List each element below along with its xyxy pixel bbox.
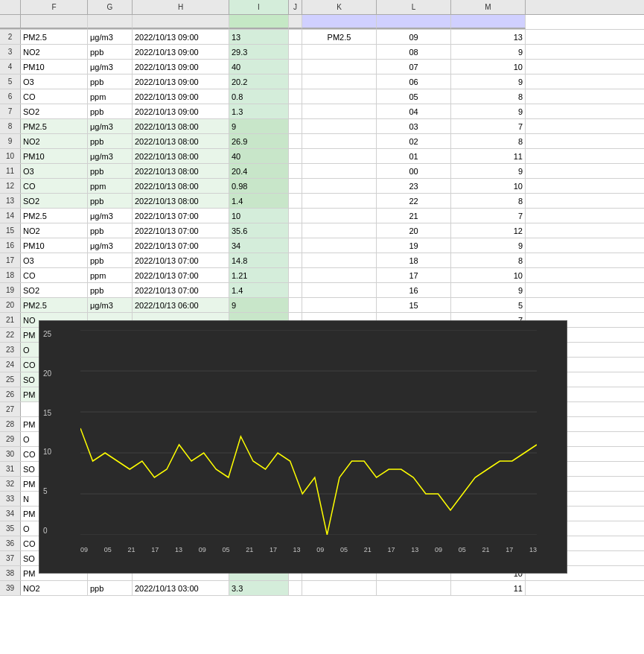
x-label: 17 <box>151 546 159 553</box>
row-num-30: 30 <box>0 447 21 461</box>
cell-h-9: 2022/10/13 08:00 <box>133 134 229 148</box>
cell-f-5: O3 <box>21 74 88 89</box>
cell-f-17: O3 <box>21 253 88 267</box>
cell-j-3 <box>289 45 302 59</box>
cell-h-5: 2022/10/13 09:00 <box>133 74 229 89</box>
cell-i-14: 10 <box>229 209 289 223</box>
x-label: 13 <box>175 546 182 553</box>
cell-k-18 <box>302 268 377 282</box>
cell-g-4: μg/m3 <box>88 60 133 74</box>
cell-i-12: 0.98 <box>229 179 289 193</box>
cell-l-5: 06 <box>377 74 451 89</box>
cell-l-3: 08 <box>377 45 451 59</box>
cell-m-19: 9 <box>451 283 526 297</box>
cell-m-17: 8 <box>451 253 526 267</box>
row-num-36: 36 <box>0 536 21 550</box>
table-row: 16 PM10 μg/m3 2022/10/13 07:00 34 19 9 <box>0 238 644 253</box>
cell-i-16: 34 <box>229 238 289 253</box>
table-row: 2 PM2.5 μg/m3 2022/10/13 09:00 13 PM2.5 … <box>0 30 644 45</box>
cell-g-20: μg/m3 <box>88 298 133 312</box>
spreadsheet: F G H I J K L M 2 PM2.5 μg/m3 2022/10/13… <box>0 0 644 596</box>
cell-j-15 <box>289 223 302 238</box>
cell-j-18 <box>289 268 302 282</box>
cell-h-6: 2022/10/13 09:00 <box>133 89 229 104</box>
row-num-18: 18 <box>0 268 21 282</box>
cell-k-14 <box>302 209 377 223</box>
x-label: 09 <box>199 546 206 553</box>
row-num-21: 21 <box>0 313 21 327</box>
table-row: 7 SO2 ppb 2022/10/13 09:00 1.3 04 9 <box>0 104 644 119</box>
row-num-38: 38 <box>0 566 21 580</box>
cell-j-12 <box>289 179 302 193</box>
cell-l-9: 02 <box>377 134 451 148</box>
cell-l-14: 21 <box>377 209 451 223</box>
cell-i-6: 0.8 <box>229 89 289 104</box>
cell-h-4: 2022/10/13 09:00 <box>133 60 229 74</box>
cell-k-19 <box>302 283 377 297</box>
cell-l-8: 03 <box>377 119 451 133</box>
cell-i-15: 35.6 <box>229 223 289 238</box>
table-row: 15 NO2 ppb 2022/10/13 07:00 35.6 20 12 <box>0 223 644 238</box>
x-label: 09 <box>435 546 442 553</box>
cell-h-13: 2022/10/13 08:00 <box>133 194 229 208</box>
row-num-1 <box>0 15 21 29</box>
cell-g-7: ppb <box>88 104 133 118</box>
table-row: 14 PM2.5 μg/m3 2022/10/13 07:00 10 21 7 <box>0 209 644 223</box>
row-num-12: 12 <box>0 179 21 193</box>
row-num-23: 23 <box>0 343 21 357</box>
cell-h-7: 2022/10/13 09:00 <box>133 104 229 118</box>
col-header-m[interactable]: M <box>451 0 526 14</box>
cell-f-20: PM2.5 <box>21 298 88 312</box>
cell-f-18: CO <box>21 268 88 282</box>
cell-g-2: μg/m3 <box>88 30 133 44</box>
cell-j-8 <box>289 119 302 133</box>
header-j <box>289 15 302 29</box>
row-num-24: 24 <box>0 358 21 372</box>
x-label: 05 <box>222 546 229 553</box>
table-row: 8 PM2.5 μg/m3 2022/10/13 08:00 9 03 7 <box>0 119 644 134</box>
cell-h-8: 2022/10/13 08:00 <box>133 119 229 133</box>
x-label: 21 <box>482 546 489 553</box>
cell-h-15: 2022/10/13 07:00 <box>133 223 229 238</box>
col-header-h[interactable]: H <box>133 0 229 14</box>
cell-i-10: 40 <box>229 149 289 163</box>
row-num-19: 19 <box>0 283 21 297</box>
cell-k-4 <box>302 60 377 74</box>
col-header-i[interactable]: I <box>229 0 289 14</box>
row-num-7: 7 <box>0 104 21 118</box>
row-num-22: 22 <box>0 328 21 342</box>
cell-h-3: 2022/10/13 09:00 <box>133 45 229 59</box>
table-row: 13 SO2 ppb 2022/10/13 08:00 1.4 22 8 <box>0 194 644 209</box>
col-header-j[interactable]: J <box>289 0 302 14</box>
cell-g-11: ppb <box>88 164 133 178</box>
header-monitordate <box>133 15 229 29</box>
cell-g-17: ppb <box>88 253 133 267</box>
cell-f-8: PM2.5 <box>21 119 88 133</box>
cell-i-7: 1.3 <box>229 104 289 118</box>
row-num-6: 6 <box>0 89 21 104</box>
row-num-35: 35 <box>0 521 21 536</box>
cell-h-17: 2022/10/13 07:00 <box>133 253 229 267</box>
cell-m-8: 7 <box>451 119 526 133</box>
chart-svg <box>80 330 537 535</box>
table-row: 9 NO2 ppb 2022/10/13 08:00 26.9 02 8 <box>0 134 644 149</box>
cell-l-10: 01 <box>377 149 451 163</box>
col-header-l[interactable]: L <box>377 0 451 14</box>
cell-h-2: 2022/10/13 09:00 <box>133 30 229 44</box>
cell-h-12: 2022/10/13 08:00 <box>133 179 229 193</box>
cell-f-39: NO2 <box>21 581 88 595</box>
col-header-k[interactable]: K <box>302 0 377 14</box>
cell-k-10 <box>302 149 377 163</box>
cell-g-15: ppb <box>88 223 133 238</box>
cell-i-19: 1.4 <box>229 283 289 297</box>
cell-f-10: PM10 <box>21 149 88 163</box>
x-label: 09 <box>316 546 324 553</box>
cell-h-16: 2022/10/13 07:00 <box>133 238 229 253</box>
cell-i-20: 9 <box>229 298 289 312</box>
cell-j-6 <box>289 89 302 104</box>
cell-m-15: 12 <box>451 223 526 238</box>
row-num-17: 17 <box>0 253 21 267</box>
cell-l-18: 17 <box>377 268 451 282</box>
col-header-f[interactable]: F <box>21 0 88 14</box>
col-header-g[interactable]: G <box>88 0 133 14</box>
